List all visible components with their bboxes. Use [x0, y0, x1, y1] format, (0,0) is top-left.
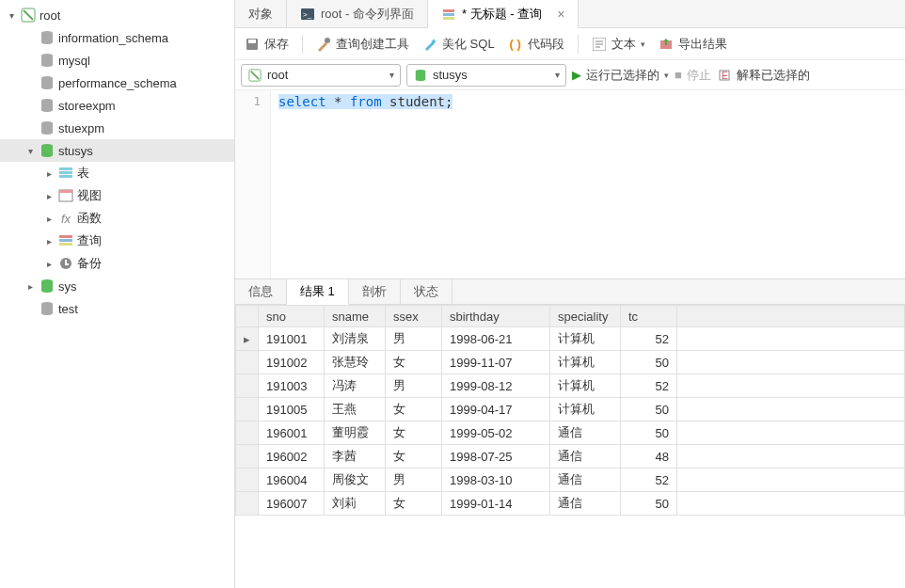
beautify-button[interactable]: 美化 SQL	[422, 36, 495, 53]
cell-sname[interactable]: 刘莉	[325, 492, 386, 516]
table-row[interactable]: ▸191001刘清泉男1998-06-21计算机52	[236, 327, 905, 351]
tab-info[interactable]: 信息	[235, 279, 287, 304]
tree-db-item[interactable]: mysql	[0, 49, 234, 72]
cell-sname[interactable]: 王燕	[325, 398, 386, 421]
cell-sbirthday[interactable]: 1998-06-21	[442, 327, 550, 351]
cell-sname[interactable]: 冯涛	[325, 374, 386, 398]
table-row[interactable]: 191002张慧玲女1999-11-07计算机50	[236, 351, 905, 374]
cell-pad	[677, 374, 905, 398]
cell-ssex[interactable]: 男	[386, 327, 442, 351]
cell-speciality[interactable]: 通信	[550, 492, 621, 516]
cell-tc[interactable]: 48	[621, 445, 677, 469]
column-header-sbirthday[interactable]: sbirthday	[442, 306, 550, 327]
cell-speciality[interactable]: 计算机	[550, 398, 621, 421]
tree-db-item[interactable]: stuexpm	[0, 117, 234, 139]
sql-editor[interactable]: 1 select * from student;	[235, 90, 905, 278]
column-header-sno[interactable]: sno	[259, 306, 325, 327]
table-row[interactable]: 196002李茜女1998-07-25通信48	[236, 445, 905, 469]
tree-sub-item[interactable]: ▸表	[0, 162, 234, 184]
cell-tc[interactable]: 50	[621, 398, 677, 421]
cell-sno[interactable]: 196004	[259, 469, 325, 492]
close-icon[interactable]: ×	[557, 7, 564, 22]
cell-sname[interactable]: 张慧玲	[325, 351, 386, 374]
code-area[interactable]: select * from student;	[271, 90, 905, 278]
cell-sno[interactable]: 196001	[259, 421, 325, 445]
column-header-tc[interactable]: tc	[621, 306, 677, 327]
tab-status[interactable]: 状态	[401, 279, 452, 304]
cell-sbirthday[interactable]: 1999-01-14	[442, 492, 550, 516]
cell-sno[interactable]: 191002	[259, 351, 325, 374]
table-row[interactable]: 191005王燕女1999-04-17计算机50	[236, 398, 905, 421]
tree-db-item[interactable]: performance_schema	[0, 72, 234, 94]
run-button[interactable]: ▶ 运行已选择的 ▾	[572, 67, 669, 84]
table-row[interactable]: 196007刘莉女1999-01-14通信50	[236, 492, 905, 516]
cell-speciality[interactable]: 通信	[550, 421, 621, 445]
cell-speciality[interactable]: 通信	[550, 469, 621, 492]
query-builder-button[interactable]: 查询创建工具	[316, 36, 409, 53]
snippet-button[interactable]: ( ) 代码段	[508, 36, 564, 53]
cell-sno[interactable]: 196007	[259, 492, 325, 516]
database-dropdown[interactable]: stusys ▾	[406, 64, 566, 87]
tab-cli[interactable]: >_ root - 命令列界面	[287, 0, 428, 27]
cell-sname[interactable]: 李茜	[325, 445, 386, 469]
cell-sbirthday[interactable]: 1999-08-12	[442, 374, 550, 398]
cell-ssex[interactable]: 女	[386, 421, 442, 445]
tree-db-sys[interactable]: ▸ sys	[0, 275, 234, 297]
cell-sbirthday[interactable]: 1999-11-07	[442, 351, 550, 374]
cell-tc[interactable]: 52	[621, 469, 677, 492]
tree-sub-item[interactable]: ▸备份	[0, 252, 234, 275]
table-row[interactable]: 191003冯涛男1999-08-12计算机52	[236, 374, 905, 398]
cell-sbirthday[interactable]: 1998-07-25	[442, 445, 550, 469]
export-button[interactable]: 导出结果	[659, 36, 727, 53]
cell-tc[interactable]: 52	[621, 327, 677, 351]
tree-sub-item[interactable]: ▸视图	[0, 184, 234, 207]
column-header-speciality[interactable]: speciality	[550, 306, 621, 327]
text-button[interactable]: 文本 ▾	[592, 36, 645, 53]
cell-sname[interactable]: 周俊文	[325, 469, 386, 492]
result-grid[interactable]: snosnamessexsbirthdayspecialitytc ▸19100…	[235, 305, 905, 588]
tab-profile[interactable]: 剖析	[349, 279, 401, 304]
save-button[interactable]: 保存	[245, 36, 289, 53]
cell-tc[interactable]: 50	[621, 351, 677, 374]
tree-root[interactable]: ▾ root	[0, 4, 234, 26]
table-row[interactable]: 196001董明霞女1999-05-02通信50	[236, 421, 905, 445]
tab-result1[interactable]: 结果 1	[287, 279, 349, 305]
cell-speciality[interactable]: 计算机	[550, 327, 621, 351]
cell-sname[interactable]: 刘清泉	[325, 327, 386, 351]
explain-button[interactable]: E 解释已选择的	[717, 67, 810, 84]
tree-sub-item[interactable]: ▸查询	[0, 230, 234, 252]
cell-speciality[interactable]: 计算机	[550, 351, 621, 374]
cell-ssex[interactable]: 女	[386, 351, 442, 374]
cell-ssex[interactable]: 女	[386, 445, 442, 469]
tree-db-item[interactable]: information_schema	[0, 26, 234, 49]
column-header-sname[interactable]: sname	[325, 306, 386, 327]
cell-sno[interactable]: 191001	[259, 327, 325, 351]
table-row[interactable]: 196004周俊文男1998-03-10通信52	[236, 469, 905, 492]
cell-tc[interactable]: 50	[621, 492, 677, 516]
cell-ssex[interactable]: 女	[386, 492, 442, 516]
cell-sbirthday[interactable]: 1998-03-10	[442, 469, 550, 492]
tree-db-item[interactable]: storeexpm	[0, 94, 234, 117]
tab-objects[interactable]: 对象	[235, 0, 287, 27]
cell-ssex[interactable]: 男	[386, 374, 442, 398]
separator	[302, 35, 303, 54]
tree-sub-item[interactable]: ▸fx函数	[0, 207, 234, 230]
cell-tc[interactable]: 52	[621, 374, 677, 398]
connection-dropdown[interactable]: root ▾	[241, 64, 401, 87]
tree-db-stusys[interactable]: ▾stusys	[0, 139, 234, 162]
tree-db-test[interactable]: test	[0, 297, 234, 320]
cell-sbirthday[interactable]: 1999-04-17	[442, 398, 550, 421]
column-header-ssex[interactable]: ssex	[386, 306, 442, 327]
cell-ssex[interactable]: 女	[386, 398, 442, 421]
cell-sname[interactable]: 董明霞	[325, 421, 386, 445]
cell-sno[interactable]: 191003	[259, 374, 325, 398]
cell-sbirthday[interactable]: 1999-05-02	[442, 421, 550, 445]
chevron-down-icon: ▾	[24, 145, 36, 156]
cell-sno[interactable]: 196002	[259, 445, 325, 469]
cell-tc[interactable]: 50	[621, 421, 677, 445]
cell-sno[interactable]: 191005	[259, 398, 325, 421]
cell-speciality[interactable]: 通信	[550, 445, 621, 469]
tab-query[interactable]: * 无标题 - 查询 ×	[428, 0, 579, 28]
cell-speciality[interactable]: 计算机	[550, 374, 621, 398]
cell-ssex[interactable]: 男	[386, 469, 442, 492]
